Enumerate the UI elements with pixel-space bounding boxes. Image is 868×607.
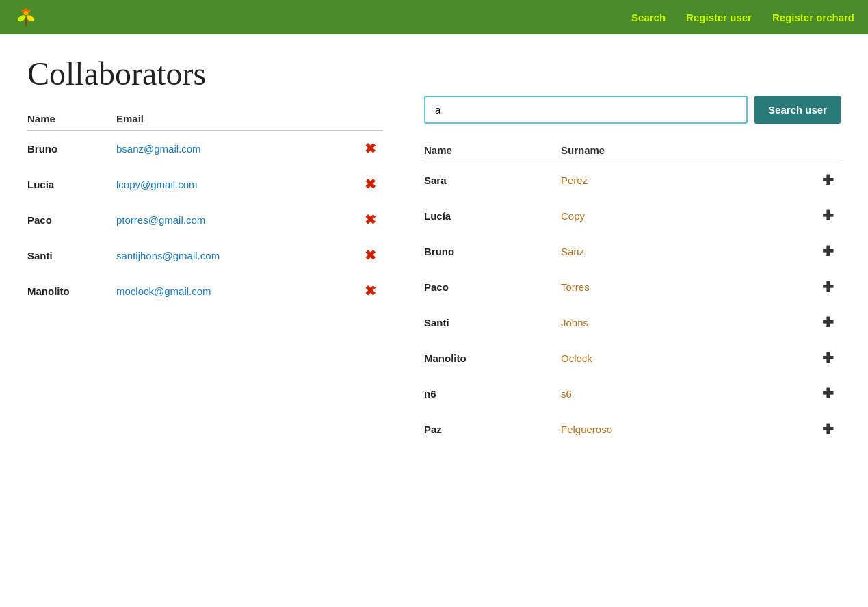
- page-title: Collaborators: [27, 55, 383, 92]
- collab-name: Lucía: [27, 166, 116, 202]
- result-surname: s6: [561, 376, 767, 411]
- col-header-name: Name: [27, 113, 116, 131]
- remove-collaborator-button[interactable]: ✖: [365, 247, 376, 263]
- result-surname: Johns: [561, 305, 767, 340]
- table-row: Manolito moclock@gmail.com ✖: [27, 273, 383, 309]
- search-user-button[interactable]: Search user: [754, 96, 841, 124]
- left-panel: Collaborators Name Email Bruno bsanz@gma…: [27, 55, 383, 447]
- table-row: Lucía lcopy@gmail.com ✖: [27, 166, 383, 202]
- result-name: Paco: [424, 269, 561, 305]
- result-col-name: Name: [424, 144, 561, 162]
- add-collaborator-button[interactable]: ✚: [822, 350, 834, 366]
- search-input[interactable]: [424, 96, 748, 124]
- table-row: Paco ptorres@gmail.com ✖: [27, 202, 383, 237]
- remove-collaborator-button[interactable]: ✖: [365, 140, 376, 157]
- table-row: Lucía Copy ✚: [424, 198, 841, 233]
- table-row: Bruno bsanz@gmail.com ✖: [27, 131, 383, 167]
- svg-point-6: [21, 10, 25, 13]
- right-panel: Search user Name Surname Sara Perez ✚ Lu…: [424, 55, 841, 447]
- table-row: n6 s6 ✚: [424, 376, 841, 411]
- add-collaborator-button[interactable]: ✚: [822, 279, 834, 295]
- result-name: Sara: [424, 162, 561, 198]
- nav-register-orchard[interactable]: Register orchard: [772, 12, 854, 23]
- result-surname: Perez: [561, 162, 767, 198]
- svg-point-1: [16, 14, 27, 23]
- collab-email: bsanz@gmail.com: [116, 131, 343, 167]
- result-col-surname: Surname: [561, 144, 767, 162]
- add-collaborator-button[interactable]: ✚: [822, 421, 834, 437]
- add-collaborator-button[interactable]: ✚: [822, 207, 834, 224]
- result-name: Lucía: [424, 198, 561, 233]
- result-surname: Torres: [561, 269, 767, 305]
- add-collaborator-button[interactable]: ✚: [822, 314, 834, 331]
- results-table: Name Surname Sara Perez ✚ Lucía Copy ✚ B…: [424, 144, 841, 447]
- result-surname: Sanz: [561, 233, 767, 269]
- add-collaborator-button[interactable]: ✚: [822, 385, 834, 402]
- collab-email: lcopy@gmail.com: [116, 166, 343, 202]
- nav-search[interactable]: Search: [631, 12, 666, 23]
- result-name: Santi: [424, 305, 561, 340]
- table-row: Paco Torres ✚: [424, 269, 841, 305]
- table-row: Sara Perez ✚: [424, 162, 841, 198]
- svg-point-2: [25, 14, 36, 23]
- add-collaborator-button[interactable]: ✚: [822, 172, 834, 188]
- svg-point-5: [27, 10, 31, 13]
- collab-email: santijhons@gmail.com: [116, 237, 343, 273]
- remove-collaborator-button[interactable]: ✖: [365, 176, 376, 192]
- table-row: Manolito Oclock ✚: [424, 340, 841, 376]
- result-name: Manolito: [424, 340, 561, 376]
- nav-register-user[interactable]: Register user: [686, 12, 752, 23]
- main-content: Collaborators Name Email Bruno bsanz@gma…: [0, 34, 868, 467]
- table-row: Santi Johns ✚: [424, 305, 841, 340]
- logo: [14, 5, 38, 29]
- svg-point-4: [25, 8, 28, 12]
- search-row: Search user: [424, 96, 841, 124]
- result-name: Bruno: [424, 233, 561, 269]
- collaborators-table: Name Email Bruno bsanz@gmail.com ✖ Lucía…: [27, 113, 383, 309]
- result-name: Paz: [424, 411, 561, 447]
- collab-name: Santi: [27, 237, 116, 273]
- result-surname: Copy: [561, 198, 767, 233]
- result-surname: Oclock: [561, 340, 767, 376]
- collab-email: ptorres@gmail.com: [116, 202, 343, 237]
- navbar: Search Register user Register orchard: [0, 0, 868, 34]
- result-surname: Felgueroso: [561, 411, 767, 447]
- table-row: Paz Felgueroso ✚: [424, 411, 841, 447]
- col-header-email: Email: [116, 113, 343, 131]
- table-row: Santi santijhons@gmail.com ✖: [27, 237, 383, 273]
- collab-email: moclock@gmail.com: [116, 273, 343, 309]
- remove-collaborator-button[interactable]: ✖: [365, 283, 376, 299]
- table-row: Bruno Sanz ✚: [424, 233, 841, 269]
- collab-name: Bruno: [27, 131, 116, 167]
- result-name: n6: [424, 376, 561, 411]
- collab-name: Paco: [27, 202, 116, 237]
- remove-collaborator-button[interactable]: ✖: [365, 211, 376, 228]
- logo-icon: [14, 5, 38, 29]
- collab-name: Manolito: [27, 273, 116, 309]
- add-collaborator-button[interactable]: ✚: [822, 243, 834, 259]
- navbar-links: Search Register user Register orchard: [631, 12, 854, 23]
